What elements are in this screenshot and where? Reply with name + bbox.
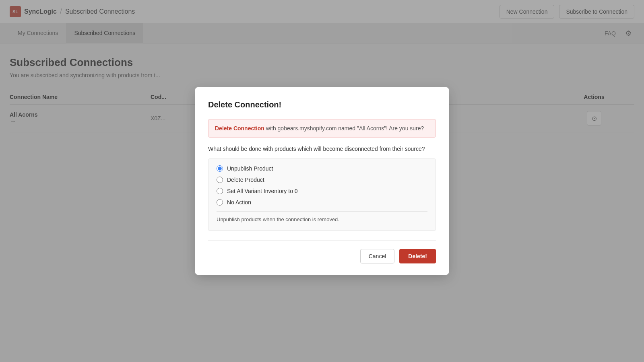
delete-connection-modal: Delete Connection! Delete Connection wit… bbox=[195, 87, 449, 275]
option-unpublish-label: Unpublish Product bbox=[227, 165, 273, 172]
options-description: Unpublish products when the connection i… bbox=[217, 216, 427, 222]
option-delete[interactable]: Delete Product bbox=[217, 177, 427, 183]
option-set-inventory[interactable]: Set All Variant Inventory to 0 bbox=[217, 188, 427, 194]
option-set-inventory-label: Set All Variant Inventory to 0 bbox=[227, 188, 298, 194]
options-box: Unpublish Product Delete Product Set All… bbox=[208, 158, 436, 231]
radio-delete[interactable] bbox=[217, 177, 223, 183]
option-unpublish[interactable]: Unpublish Product bbox=[217, 165, 427, 172]
radio-no-action[interactable] bbox=[217, 199, 223, 206]
modal-alert-text: with gobears.myshopify.com named "All Ac… bbox=[264, 125, 424, 132]
cancel-button[interactable]: Cancel bbox=[360, 249, 395, 263]
delete-button[interactable]: Delete! bbox=[399, 249, 436, 263]
radio-unpublish[interactable] bbox=[217, 165, 223, 172]
options-divider bbox=[217, 211, 427, 212]
modal-question: What should be done with products which … bbox=[208, 146, 436, 152]
modal-title: Delete Connection! bbox=[208, 100, 436, 109]
modal-alert: Delete Connection with gobears.myshopify… bbox=[208, 119, 436, 138]
modal-overlay: Delete Connection! Delete Connection wit… bbox=[0, 0, 644, 362]
modal-footer-divider bbox=[208, 241, 436, 241]
option-delete-label: Delete Product bbox=[227, 177, 264, 183]
modal-footer: Cancel Delete! bbox=[208, 249, 436, 263]
option-no-action-label: No Action bbox=[227, 199, 251, 206]
radio-set-inventory[interactable] bbox=[217, 188, 223, 194]
modal-alert-bold: Delete Connection bbox=[215, 125, 264, 132]
option-no-action[interactable]: No Action bbox=[217, 199, 427, 206]
